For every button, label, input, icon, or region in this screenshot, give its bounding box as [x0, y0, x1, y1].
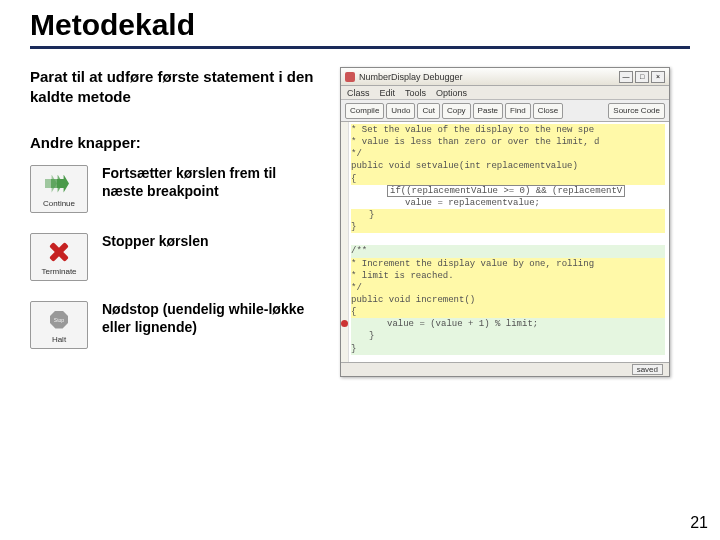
code-line: * value is less than zero or over the li… — [351, 136, 665, 148]
status-bar: saved — [341, 362, 669, 376]
window-close-button[interactable]: × — [651, 71, 665, 83]
continue-desc: Fortsætter kørslen frem til næste breakp… — [102, 165, 320, 200]
tool-paste[interactable]: Paste — [473, 103, 503, 119]
code-line: { — [351, 173, 665, 185]
code-line: */ — [351, 282, 665, 294]
code-line: */ — [351, 148, 665, 160]
content-area: Parat til at udføre første statement i d… — [0, 67, 720, 377]
left-column: Parat til at udføre første statement i d… — [30, 67, 320, 377]
halt-button[interactable]: Stop Halt — [30, 301, 88, 349]
tool-compile[interactable]: Compile — [345, 103, 384, 119]
halt-stop-icon: Stop — [50, 307, 68, 333]
debugger-titlebar: NumberDisplay Debugger — □ × — [341, 68, 669, 86]
status-saved: saved — [632, 364, 663, 375]
menu-item[interactable]: Tools — [405, 88, 426, 98]
tool-sourcecode[interactable]: Source Code — [608, 103, 665, 119]
continue-label: Continue — [43, 199, 75, 208]
code-line: * limit is reached. — [351, 270, 665, 282]
title-underline — [30, 46, 690, 49]
terminate-x-icon — [48, 239, 70, 265]
continue-row: Continue Fortsætter kørslen frem til næs… — [30, 165, 320, 213]
debugger-title: NumberDisplay Debugger — [345, 72, 463, 82]
menu-item[interactable]: Class — [347, 88, 370, 98]
halt-row: Stop Halt Nødstop (uendelig while-løkke … — [30, 301, 320, 349]
debugger-window: NumberDisplay Debugger — □ × Class Edit … — [340, 67, 670, 377]
code-line: } — [351, 330, 665, 342]
code-line: /** — [351, 245, 665, 257]
code-line: value = (value + 1) % limit; — [351, 318, 665, 330]
terminate-button[interactable]: Terminate — [30, 233, 88, 281]
slide-title: Metodekald — [30, 8, 690, 46]
tool-find[interactable]: Find — [505, 103, 531, 119]
code-line: } — [351, 209, 665, 221]
code-line: public void setvalue(int replacementvalu… — [351, 160, 665, 172]
sub-heading: Andre knapper: — [30, 134, 320, 151]
page-number: 21 — [690, 514, 708, 532]
continue-arrows-icon — [45, 171, 73, 197]
app-badge-icon — [345, 72, 355, 82]
right-column: NumberDisplay Debugger — □ × Class Edit … — [340, 67, 690, 377]
code-area[interactable]: * Set the value of the display to the ne… — [341, 122, 669, 362]
menu-item[interactable]: Edit — [380, 88, 396, 98]
debugger-toolbar: Compile Undo Cut Copy Paste Find Close S… — [341, 100, 669, 122]
continue-button[interactable]: Continue — [30, 165, 88, 213]
terminate-desc: Stopper kørslen — [102, 233, 209, 251]
terminate-row: Terminate Stopper kørslen — [30, 233, 320, 281]
menu-item[interactable]: Options — [436, 88, 467, 98]
debugger-menubar: Class Edit Tools Options — [341, 86, 669, 100]
code-line: { — [351, 306, 665, 318]
tool-undo[interactable]: Undo — [386, 103, 415, 119]
code-line: public void increment() — [351, 294, 665, 306]
code-line: } — [351, 221, 665, 233]
intro-text: Parat til at udføre første statement i d… — [30, 67, 320, 106]
halt-label: Halt — [52, 335, 66, 344]
window-min-button[interactable]: — — [619, 71, 633, 83]
window-max-button[interactable]: □ — [635, 71, 649, 83]
code-line: } — [351, 343, 665, 355]
tool-cut[interactable]: Cut — [417, 103, 439, 119]
terminate-label: Terminate — [41, 267, 76, 276]
tool-close[interactable]: Close — [533, 103, 563, 119]
code-line: * Set the value of the display to the ne… — [351, 124, 665, 136]
code-line: value = replacementvalue; — [351, 197, 669, 209]
code-line: * Increment the display value by one, ro… — [351, 258, 665, 270]
tool-copy[interactable]: Copy — [442, 103, 471, 119]
halt-desc: Nødstop (uendelig while-løkke eller lign… — [102, 301, 320, 336]
code-line — [351, 233, 669, 245]
